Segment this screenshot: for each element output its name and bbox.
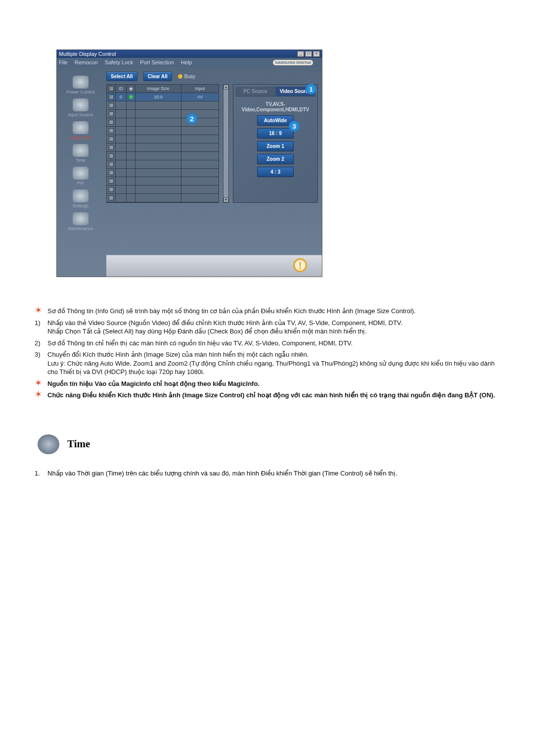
title-bar: Multiple Display Control _ □ ×: [57, 50, 322, 58]
grid-row-empty: [107, 135, 219, 143]
grid-area: ID ◉ Image Size Input 0 16:9 AV: [106, 84, 318, 203]
row-checkbox[interactable]: [109, 128, 114, 133]
star-icon: ✶: [35, 307, 47, 314]
right-panel: PC Source Video Source TV,AV,S-Video,Com…: [233, 84, 318, 203]
row-checkbox[interactable]: [109, 153, 114, 158]
time-section-icon: [38, 434, 59, 454]
row-checkbox[interactable]: [109, 162, 114, 167]
note-2: 2) Sơ đồ Thông tin chỉ hiển thị các màn …: [35, 339, 499, 348]
close-button[interactable]: ×: [313, 51, 320, 57]
grid-row-0[interactable]: 0 16:9 AV: [107, 93, 219, 101]
bottom-bar: !: [106, 255, 322, 277]
sidebar-image-size[interactable]: Image Size: [69, 121, 91, 140]
section-header-time: Time: [38, 434, 499, 454]
clear-all-button[interactable]: Clear All: [143, 72, 172, 81]
menu-bar: File Remocon Safety Lock Port Selection …: [57, 58, 322, 67]
maintenance-icon: [73, 212, 89, 225]
star-icon: ✶: [35, 391, 47, 398]
header-input: Input: [181, 85, 219, 93]
star-icon: ✶: [35, 379, 47, 386]
source-tabs: PC Source Video Source: [235, 87, 315, 96]
minimize-button[interactable]: _: [297, 51, 304, 57]
settings-icon: [73, 189, 89, 202]
app-window: Multiple Display Control _ □ × File Remo…: [56, 49, 322, 277]
grid-row-empty: [107, 143, 219, 152]
row-checkbox[interactable]: [109, 195, 114, 200]
header-id: ID: [116, 85, 127, 93]
image-size-icon: [73, 121, 89, 134]
power-icon: [73, 76, 89, 89]
sidebar-pip[interactable]: PIP: [73, 167, 89, 186]
brand-logo: SAMSUNG DIGITall: [273, 60, 313, 65]
source-label: TV,AV,S-Video,Component,HDMI,DTV: [235, 101, 315, 112]
menu-port-selection[interactable]: Port Selection: [140, 59, 174, 65]
note-star-4: ✶ Nguồn tín hiệu Vào của MagicInfo chỉ h…: [35, 379, 499, 388]
status-dot-icon: [129, 95, 133, 99]
row-checkbox[interactable]: [109, 187, 114, 192]
top-buttons: Select All Clear All Busy: [106, 72, 318, 81]
input-icon: [73, 98, 89, 111]
sidebar-settings[interactable]: Settings: [73, 189, 89, 208]
row-checkbox[interactable]: [109, 145, 114, 150]
grid-row-empty: [107, 169, 219, 177]
grid-row-empty: [107, 101, 219, 110]
callout-2: 2: [186, 113, 197, 124]
sidebar: Power Control Input Source Image Size Ti…: [57, 67, 104, 255]
note-1: 1) Nhấp vào thẻ Video Source (Nguồn Vide…: [35, 319, 499, 336]
app-body: Power Control Input Source Image Size Ti…: [57, 67, 322, 255]
header-checkbox[interactable]: [109, 86, 114, 91]
header-status-icon: ◉: [127, 85, 135, 93]
note-star-0: ✶ Sơ đồ Thông tin (Info Grid) sẽ trình b…: [35, 307, 499, 316]
scroll-down-icon[interactable]: ▼: [223, 197, 228, 202]
row-checkbox[interactable]: [109, 137, 114, 142]
grid-row-empty: [107, 186, 219, 194]
alert-icon: !: [293, 258, 307, 272]
grid-row-empty: [107, 127, 219, 135]
opt-4-3[interactable]: 4 : 3: [257, 167, 294, 177]
note-3: 3) Chuyển đổi Kích thước Hình ảnh (Image…: [35, 350, 499, 377]
sidebar-time[interactable]: Time: [73, 144, 89, 163]
scroll-up-icon[interactable]: ▲: [223, 85, 228, 90]
row-checkbox[interactable]: [109, 103, 114, 108]
grid-row-empty: [107, 177, 219, 186]
menu-safety-lock[interactable]: Safety Lock: [105, 59, 133, 65]
sidebar-input-source[interactable]: Input Source: [68, 98, 93, 117]
row-checkbox[interactable]: [109, 120, 114, 125]
opt-zoom2[interactable]: Zoom 2: [257, 154, 294, 164]
window-controls: _ □ ×: [297, 51, 320, 57]
opt-16-9[interactable]: 16 : 9: [257, 128, 294, 139]
menu-remocon[interactable]: Remocon: [75, 59, 98, 65]
opt-autowide[interactable]: AutoWide: [257, 115, 294, 126]
menu-file[interactable]: File: [59, 59, 68, 65]
maximize-button[interactable]: □: [305, 51, 312, 57]
grid-row-empty: [107, 110, 219, 118]
scrollbar[interactable]: ▲ ▼: [223, 84, 229, 203]
window-title: Multiple Display Control: [59, 51, 116, 57]
menu-help[interactable]: Help: [181, 59, 192, 65]
pip-icon: [73, 167, 89, 180]
row-checkbox[interactable]: [109, 111, 114, 116]
busy-dot-icon: [178, 74, 182, 79]
time-icon: [73, 144, 89, 157]
tab-pc-source[interactable]: PC Source: [235, 87, 275, 96]
row-checkbox[interactable]: [109, 94, 114, 99]
row-checkbox[interactable]: [109, 170, 114, 175]
busy-indicator: Busy: [178, 74, 195, 79]
grid-row-empty: [107, 118, 219, 127]
grid-row-empty: [107, 152, 219, 160]
callout-3: 3: [289, 121, 300, 132]
time-bullet-1: 1. Nhấp vào Thời gian (Time) trên các bi…: [35, 469, 499, 478]
row-checkbox[interactable]: [109, 179, 114, 184]
sidebar-maintenance[interactable]: Maintenance: [68, 212, 93, 231]
opt-zoom1[interactable]: Zoom 1: [257, 141, 294, 151]
content-area: Select All Clear All Busy ID ◉ Image Siz…: [104, 67, 322, 255]
note-star-5: ✶ Chức năng Điều khiển Kích thước Hình ả…: [35, 391, 499, 400]
grid-row-empty: [107, 194, 219, 202]
header-image-size: Image Size: [135, 85, 181, 93]
grid-row-empty: [107, 160, 219, 169]
callout-1: 1: [306, 84, 316, 94]
grid-header: ID ◉ Image Size Input: [107, 85, 219, 93]
notes-section: ✶ Sơ đồ Thông tin (Info Grid) sẽ trình b…: [35, 307, 499, 400]
sidebar-power-control[interactable]: Power Control: [66, 76, 94, 94]
select-all-button[interactable]: Select All: [106, 72, 137, 81]
